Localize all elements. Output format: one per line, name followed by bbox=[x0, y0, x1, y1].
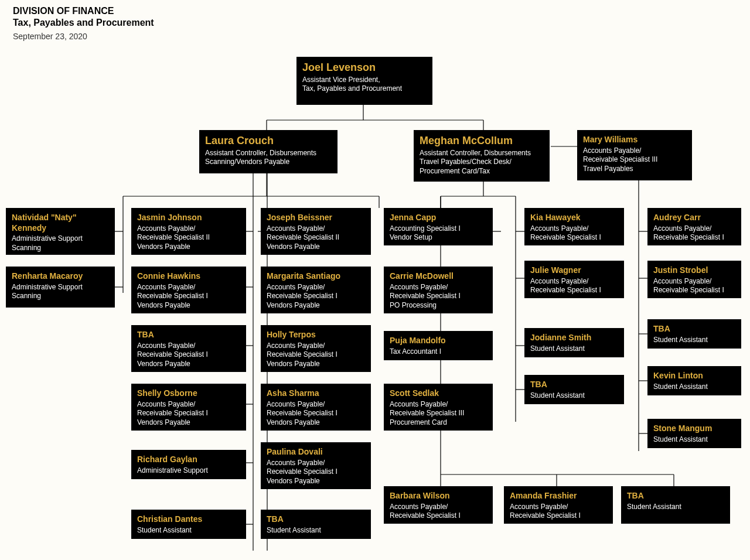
node-name: Jodianne Smith bbox=[530, 333, 618, 343]
node-margarita-santiago: Margarita Santiago Accounts Payable/ Rec… bbox=[261, 267, 371, 313]
node-role: Administrative Support Scanning bbox=[12, 234, 109, 252]
node-role: Accounts Payable/ Receivable Specialist … bbox=[267, 400, 365, 428]
node-name: Puja Mandolfo bbox=[390, 336, 487, 346]
node-role: Student Assistant bbox=[267, 526, 365, 535]
node-connie-hawkins: Connie Hawkins Accounts Payable/ Receiva… bbox=[131, 267, 246, 313]
node-name: Connie Hawkins bbox=[137, 271, 240, 282]
node-meghan-mccollum: Meghan McCollum Assistant Controller, Di… bbox=[414, 130, 550, 182]
node-role: Accounts Payable/ Receivable Specialist … bbox=[267, 283, 365, 310]
node-tba-vendors-1: TBA Accounts Payable/ Receivable Special… bbox=[131, 325, 246, 372]
node-role: Accounts Payable/ Receivable Specialist … bbox=[653, 277, 735, 295]
node-role: Assistant Controller, Disbursements Scan… bbox=[205, 149, 332, 167]
node-puja-mandolfo: Puja Mandolfo Tax Accountant I bbox=[384, 331, 493, 360]
node-christian-dantes: Christian Dantes Student Assistant bbox=[131, 510, 246, 539]
node-tba-student-4: TBA Student Assistant bbox=[621, 486, 730, 524]
node-name: TBA bbox=[627, 491, 724, 501]
header-line-1: DIVISION OF FINANCE bbox=[13, 6, 154, 16]
node-role: Student Assistant bbox=[530, 344, 618, 354]
node-name: Holly Terpos bbox=[267, 330, 365, 340]
node-joseph-beissner: Joseph Beissner Accounts Payable/ Receiv… bbox=[261, 208, 371, 255]
node-name: Stone Mangum bbox=[653, 424, 735, 434]
node-role: Student Assistant bbox=[653, 383, 735, 392]
node-carrie-mcdowell: Carrie McDowell Accounts Payable/ Receiv… bbox=[384, 267, 493, 313]
node-name: Richard Gaylan bbox=[137, 455, 240, 465]
node-amanda-frashier: Amanda Frashier Accounts Payable/ Receiv… bbox=[504, 486, 613, 524]
node-jodianne-smith: Jodianne Smith Student Assistant bbox=[524, 328, 624, 357]
node-role: Accounts Payable/ Receivable Specialist … bbox=[137, 224, 240, 252]
node-joel-levenson: Joel Levenson Assistant Vice President, … bbox=[296, 57, 432, 105]
node-name: Joel Levenson bbox=[302, 62, 427, 74]
node-name: TBA bbox=[653, 324, 735, 334]
node-role: Accounts Payable/ Receivable Specialist … bbox=[267, 342, 365, 369]
node-name: Margarita Santiago bbox=[267, 271, 365, 282]
node-shelly-osborne: Shelly Osborne Accounts Payable/ Receiva… bbox=[131, 384, 246, 431]
node-barbara-wilson: Barbara Wilson Accounts Payable/ Receiva… bbox=[384, 486, 493, 524]
node-role: Accounting Specialist I Vendor Setup bbox=[390, 224, 487, 243]
node-richard-gaylan: Richard Gaylan Administrative Support bbox=[131, 450, 246, 479]
node-role: Administrative Support Scanning bbox=[12, 283, 109, 301]
node-name: TBA bbox=[530, 380, 618, 390]
node-name: Carrie McDowell bbox=[390, 271, 487, 282]
node-name: Kia Hawayek bbox=[530, 213, 618, 223]
node-laura-crouch: Laura Crouch Assistant Controller, Disbu… bbox=[199, 130, 338, 173]
node-role: Accounts Payable/ Receivable Specialist … bbox=[267, 224, 365, 252]
node-naty-kennedy: Natividad "Naty" Kennedy Administrative … bbox=[6, 208, 115, 255]
node-role: Administrative Support bbox=[137, 466, 240, 476]
node-role: Accounts Payable/ Receivable Specialist … bbox=[653, 224, 735, 243]
node-role: Accounts Payable/ Receivable Specialist … bbox=[137, 400, 240, 428]
node-name: Renharta Macaroy bbox=[12, 271, 109, 282]
node-role: Student Assistant bbox=[627, 503, 724, 512]
node-kevin-linton: Kevin Linton Student Assistant bbox=[647, 366, 741, 395]
node-holly-terpos: Holly Terpos Accounts Payable/ Receivabl… bbox=[261, 325, 371, 372]
node-name: Audrey Carr bbox=[653, 213, 735, 223]
node-paulina-dovali: Paulina Dovali Accounts Payable/ Receiva… bbox=[261, 442, 371, 489]
node-audrey-carr: Audrey Carr Accounts Payable/ Receivable… bbox=[647, 208, 741, 245]
node-asha-sharma: Asha Sharma Accounts Payable/ Receivable… bbox=[261, 384, 371, 431]
node-role: Assistant Vice President, Tax, Payables … bbox=[302, 76, 427, 94]
node-name: Paulina Dovali bbox=[267, 447, 365, 457]
node-name: Julie Wagner bbox=[530, 265, 618, 276]
node-tba-student-2: TBA Student Assistant bbox=[524, 375, 624, 404]
node-name: Justin Strobel bbox=[653, 265, 735, 276]
node-name: Christian Dantes bbox=[137, 514, 240, 525]
node-name: TBA bbox=[137, 330, 240, 340]
node-name: TBA bbox=[267, 514, 365, 525]
page-header: DIVISION OF FINANCE Tax, Payables and Pr… bbox=[13, 6, 154, 41]
node-name: Jenna Capp bbox=[390, 213, 487, 223]
node-kia-hawayek: Kia Hawayek Accounts Payable/ Receivable… bbox=[524, 208, 624, 245]
node-role: Student Assistant bbox=[653, 435, 735, 445]
header-line-2: Tax, Payables and Procurement bbox=[13, 18, 154, 28]
node-role: Accounts Payable/ Receivable Specialist … bbox=[390, 400, 487, 428]
node-role: Accounts Payable/ Receivable Specialist … bbox=[137, 283, 240, 310]
node-jasmin-johnson: Jasmin Johnson Accounts Payable/ Receiva… bbox=[131, 208, 246, 255]
node-role: Accounts Payable/ Receivable Specialist … bbox=[390, 503, 487, 521]
node-role: Accounts Payable/ Receivable Specialist … bbox=[530, 277, 618, 295]
node-name: Barbara Wilson bbox=[390, 491, 487, 501]
node-name: Mary Williams bbox=[583, 135, 686, 145]
node-role: Student Assistant bbox=[653, 336, 735, 345]
node-name: Amanda Frashier bbox=[510, 491, 607, 501]
node-stone-mangum: Stone Mangum Student Assistant bbox=[647, 419, 741, 448]
node-name: Meghan McCollum bbox=[420, 135, 544, 148]
node-scott-sedlak: Scott Sedlak Accounts Payable/ Receivabl… bbox=[384, 384, 493, 431]
node-role: Accounts Payable/ Receivable Specialist … bbox=[510, 503, 607, 521]
node-mary-williams: Mary Williams Accounts Payable/ Receivab… bbox=[577, 130, 692, 180]
node-role: Accounts Payable/ Receivable Specialist … bbox=[137, 342, 240, 369]
node-jenna-capp: Jenna Capp Accounting Specialist I Vendo… bbox=[384, 208, 493, 245]
node-justin-strobel: Justin Strobel Accounts Payable/ Receiva… bbox=[647, 261, 741, 298]
node-tba-student-1: TBA Student Assistant bbox=[261, 510, 371, 539]
node-name: Laura Crouch bbox=[205, 135, 332, 148]
node-role: Accounts Payable/ Receivable Specialist … bbox=[583, 146, 686, 174]
node-role: Student Assistant bbox=[137, 526, 240, 535]
node-role: Accounts Payable/ Receivable Specialist … bbox=[390, 283, 487, 310]
node-role: Accounts Payable/ Receivable Specialist … bbox=[267, 459, 365, 486]
node-name: Natividad "Naty" Kennedy bbox=[12, 213, 109, 233]
node-name: Joseph Beissner bbox=[267, 213, 365, 223]
node-renharta-macaroy: Renharta Macaroy Administrative Support … bbox=[6, 267, 115, 308]
node-name: Shelly Osborne bbox=[137, 388, 240, 399]
header-date: September 23, 2020 bbox=[13, 32, 154, 41]
node-role: Tax Accountant I bbox=[390, 347, 487, 357]
node-julie-wagner: Julie Wagner Accounts Payable/ Receivabl… bbox=[524, 261, 624, 298]
node-name: Asha Sharma bbox=[267, 388, 365, 399]
node-name: Kevin Linton bbox=[653, 371, 735, 381]
